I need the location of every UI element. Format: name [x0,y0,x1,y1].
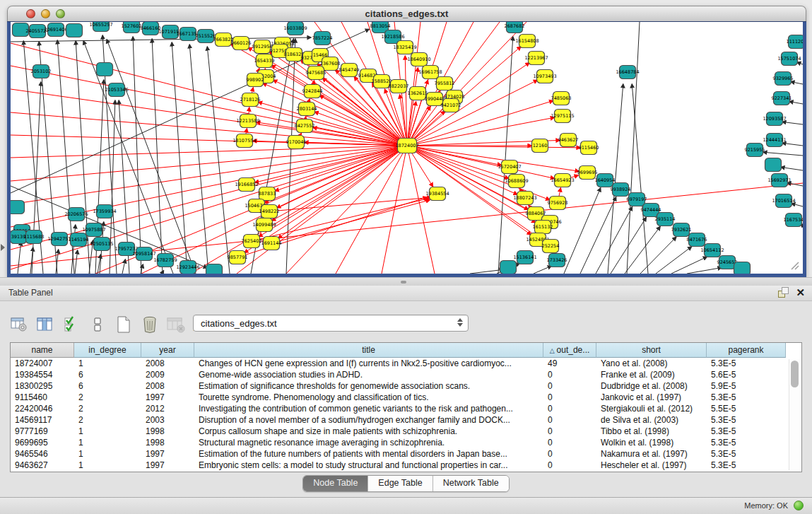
cell-title[interactable]: Tourette syndrome. Phenomenology and cla… [194,392,543,403]
float-panel-icon[interactable] [778,287,789,298]
network-node[interactable]: 8471676 [687,233,707,247]
network-node[interactable]: 8466160 [141,22,161,35]
cell-title[interactable]: Changes of HCN gene expression and I(f) … [194,358,543,369]
network-node[interactable]: 1640954 [595,174,616,187]
column-header-name[interactable]: name [11,343,74,358]
network-node[interactable]: 9170046 [286,136,307,149]
network-node[interactable]: 16654923 [551,174,574,187]
network-node[interactable]: 12444131 [763,134,786,147]
network-node[interactable]: 16154808 [515,35,539,48]
tab-node-table[interactable]: Node Table [303,476,368,491]
network-node[interactable]: 17016514 [772,194,795,208]
column-header-title[interactable]: title [194,343,543,358]
network-node[interactable]: 9421072 [441,99,461,112]
cell-pagerank[interactable]: 5.3E-5 [707,448,786,460]
network-node[interactable] [66,24,83,37]
cell-name[interactable]: 18300295 [11,380,74,392]
delete-attributes-icon[interactable] [141,315,159,334]
table-row[interactable]: 946554611997Estimation of the future num… [11,448,801,460]
cell-pagerank[interactable]: 5.3E-5 [707,460,786,471]
cell-short[interactable]: Wolkin et al. (1998) [596,437,707,448]
cell-out-de-[interactable]: 0 [543,369,596,380]
cell-year[interactable]: 2009 [141,369,194,380]
network-node[interactable]: 20691406 [44,23,67,37]
network-node[interactable]: 12505135 [90,238,113,251]
table-row[interactable]: 946362711997Embryonic stem cells: a mode… [11,460,801,471]
network-node[interactable]: 7625402 [242,235,262,248]
network-node[interactable]: 17359934 [93,205,116,218]
network-node[interactable]: 12975115 [551,110,574,123]
tab-edge-table[interactable]: Edge Table [368,476,433,491]
table-row[interactable]: 1456911722003Disruption of a novel membe… [11,414,801,426]
network-node[interactable]: 9115460 [579,141,599,155]
network-node[interactable]: 1115688 [24,230,45,244]
cell-out-de-[interactable]: 0 [543,392,596,403]
cell-out-de-[interactable]: 0 [543,426,596,437]
cell-in-degree[interactable]: 2 [74,403,141,414]
cell-name[interactable]: 18724007 [11,358,74,369]
network-node[interactable]: 18640910 [407,53,430,66]
close-panel-icon[interactable]: ✕ [796,287,805,298]
network-window-titlebar[interactable]: citations_edges.txt [7,6,806,21]
cell-in-degree[interactable]: 1 [74,426,141,437]
cell-year[interactable]: 2008 [141,358,194,369]
table-row[interactable]: 969969511998Structural magnetic resonanc… [11,437,801,448]
cell-in-degree[interactable]: 6 [74,380,141,392]
network-node[interactable]: 8822037 [389,80,409,93]
row-height-icon[interactable] [88,315,107,334]
network-node[interactable]: 8427552 [295,119,315,133]
scrollbar-thumb[interactable] [791,361,799,387]
network-node[interactable]: 9938924 [611,183,631,197]
network-node[interactable]: 15136141 [513,251,536,264]
network-node[interactable]: 2935114 [655,213,676,226]
cell-pagerank[interactable]: 5.3E-5 [707,426,786,437]
network-node[interactable]: 9660126 [231,37,252,50]
network-node[interactable] [765,158,782,172]
cell-out-de-[interactable]: 49 [543,358,596,369]
divider-grip-icon[interactable] [401,281,406,284]
cell-pagerank[interactable]: 5.9E-5 [707,380,786,392]
network-node[interactable]: 12213589 [236,115,259,128]
cell-short[interactable]: Yano et al. (2008) [596,358,707,369]
table-selector-dropdown[interactable]: citations_edges.txt [193,315,469,332]
network-node[interactable]: 1498222 [259,205,280,218]
cell-name[interactable]: 9777169 [11,426,74,437]
tab-network-table[interactable]: Network Table [433,476,509,491]
network-node[interactable]: 12213967 [524,52,548,65]
network-node[interactable]: 15720407 [498,160,521,174]
cell-short[interactable]: Franke et al. (2009) [596,369,707,380]
create-table-icon[interactable] [114,315,133,334]
network-node[interactable]: 10688609 [505,175,528,188]
cell-year[interactable]: 1997 [141,460,194,471]
cell-name[interactable]: 9465546 [11,448,74,460]
cell-short[interactable]: Tibbo et al. (1998) [596,426,707,437]
table-row[interactable]: 2242004622012Investigating the contribut… [11,403,801,414]
column-header-short[interactable]: short [596,343,707,358]
network-node[interactable]: 7955812 [435,77,455,90]
cell-title[interactable]: Estimation of the future numbers of pati… [194,448,543,460]
network-node[interactable]: 10958147 [132,247,155,261]
network-node[interactable]: 16648784 [616,66,639,79]
network-node[interactable]: 887833 [259,187,276,201]
cell-short[interactable]: Stergiakouli et al. (2012) [596,403,707,414]
cell-year[interactable]: 2008 [141,380,194,392]
network-node[interactable]: 14099489 [252,218,276,232]
network-node[interactable]: 10655257 [89,22,112,32]
resize-grip-icon[interactable] [789,259,800,271]
cell-title[interactable]: Investigating the contribution of common… [194,403,543,414]
network-node[interactable] [206,264,223,274]
network-node[interactable]: 12093587 [763,112,786,126]
cell-short[interactable]: Jankovic et al. (1997) [596,392,707,403]
cell-name[interactable]: 22420046 [11,403,74,414]
network-node[interactable]: 9463627 [558,134,579,147]
cell-title[interactable]: Disruption of a novel member of a sodium… [194,414,543,426]
network-node[interactable]: 18807243 [513,192,536,205]
split-pane-divider[interactable] [0,277,812,286]
network-node[interactable] [734,262,751,274]
cell-year[interactable]: 1997 [141,448,194,460]
network-node[interactable]: 9475685 [306,66,326,80]
network-node[interactable]: 20206576 [64,208,88,221]
cell-pagerank[interactable]: 5.3E-5 [707,437,786,448]
cell-pagerank[interactable]: 5.3E-5 [707,414,786,426]
cell-name[interactable]: 9115460 [11,392,74,403]
